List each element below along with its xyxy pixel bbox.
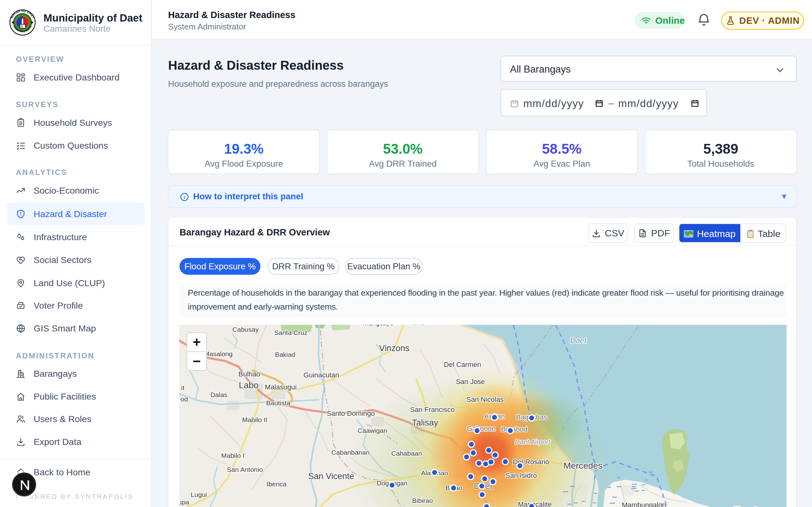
svg-text:Santa Cruz: Santa Cruz — [274, 329, 307, 336]
svg-text:Bautista: Bautista — [266, 399, 290, 406]
svg-text:Cabanbanan: Cabanbanan — [332, 449, 369, 456]
svg-text:Mabilo II: Mabilo II — [242, 416, 267, 424]
svg-text:Iberica: Iberica — [266, 481, 287, 488]
svg-text:Daet Airport: Daet Airport — [515, 438, 550, 445]
svg-text:Talisay: Talisay — [412, 418, 438, 428]
svg-text:upa: upa — [179, 498, 189, 506]
svg-text:Bibirao: Bibirao — [412, 497, 433, 504]
svg-text:it: it — [181, 384, 185, 391]
svg-text:San Isidro: San Isidro — [505, 471, 537, 480]
svg-text:Bakiad: Bakiad — [275, 351, 295, 358]
svg-text:Mercedes: Mercedes — [564, 461, 603, 470]
svg-text:Mangcayo: Mangcayo — [363, 325, 394, 327]
svg-text:Labo: Labo — [239, 380, 258, 390]
svg-text:Daet: Daet — [570, 336, 587, 345]
svg-text:Caawigan: Caawigan — [357, 427, 387, 434]
svg-text:Gahonon: Gahonon — [467, 425, 496, 433]
svg-text:Del Carmen: Del Carmen — [444, 360, 481, 369]
svg-text:Mambungalon: Mambungalon — [622, 501, 666, 507]
svg-text:Cahabaan: Cahabaan — [392, 450, 422, 457]
svg-text:San Jose: San Jose — [456, 378, 485, 386]
svg-text:San Vicente: San Vicente — [308, 471, 354, 481]
svg-text:Mabilo I: Mabilo I — [221, 452, 245, 459]
svg-text:Masalong: Masalong — [204, 350, 233, 357]
svg-text:Norte: Norte — [409, 325, 425, 326]
svg-text:Guinacutan: Guinacutan — [304, 371, 339, 379]
svg-text:Bulhao: Bulhao — [239, 370, 260, 378]
svg-text:Santo Domingo: Santo Domingo — [327, 409, 375, 417]
svg-text:Dalas: Dalas — [210, 391, 227, 398]
svg-text:Borabod: Borabod — [501, 425, 527, 433]
svg-text:Malasugui: Malasugui — [265, 383, 297, 391]
svg-text:Lugui: Lugui — [191, 491, 207, 498]
svg-text:San Antonio: San Antonio — [227, 466, 263, 473]
svg-text:Vinzons: Vinzons — [379, 343, 409, 353]
svg-text:Cabusay: Cabusay — [233, 326, 259, 333]
svg-text:San Francisco: San Francisco — [410, 406, 455, 413]
svg-text:od: od — [181, 395, 188, 403]
svg-text:San Nicolas: San Nicolas — [466, 395, 503, 403]
